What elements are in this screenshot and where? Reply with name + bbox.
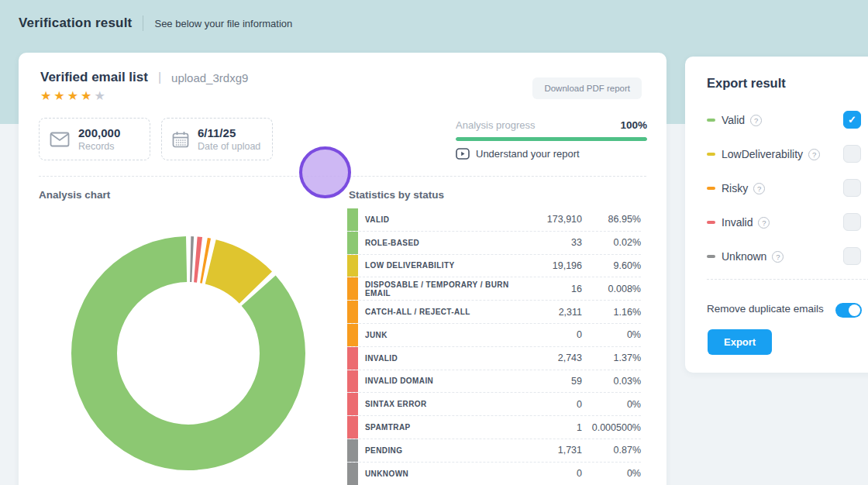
status-label: PENDING: [365, 446, 512, 455]
table-row: VALID173,91086.95%: [347, 208, 641, 232]
status-color-bar: [347, 255, 358, 277]
status-color-bar: [347, 393, 358, 415]
status-percent: 1.37%: [582, 353, 641, 363]
uploaded-file-name: upload_3rdxg9: [171, 71, 248, 84]
status-count: 0: [512, 399, 582, 410]
status-count: 19,196: [512, 260, 582, 271]
status-color-bar: [347, 439, 358, 462]
help-icon[interactable]: ?: [753, 183, 765, 194]
download-pdf-button[interactable]: Download PDF report: [532, 77, 642, 99]
export-option-checkbox[interactable]: [843, 145, 861, 163]
file-card-title: Verified email list: [40, 70, 148, 85]
status-count: 173,910: [512, 214, 582, 225]
file-title-row: Verified email list | upload_3rdxg9: [40, 70, 248, 85]
status-swatch: [707, 187, 715, 190]
export-button[interactable]: Export: [708, 329, 772, 355]
page-subtitle: See below your file information: [154, 18, 292, 29]
status-label: SPAMTRAP: [365, 423, 512, 432]
status-color-bar: [347, 370, 358, 393]
table-row: PENDING1,7310.87%: [347, 439, 641, 463]
remove-duplicates-toggle[interactable]: [835, 303, 862, 318]
export-option-label: Invalid: [722, 216, 753, 229]
status-percent: 0.87%: [582, 445, 641, 456]
status-label: LOW DELIVERABILITY: [365, 261, 512, 270]
envelope-icon: [50, 132, 70, 147]
table-row: JUNK00%: [347, 324, 641, 347]
export-option-row: Invalid?: [707, 213, 868, 232]
progress-bar: [456, 137, 647, 141]
export-option-row: LowDeliverability?: [707, 145, 868, 163]
export-option-label: Unknown: [722, 250, 766, 263]
upload-date-label: Date of upload: [198, 141, 260, 152]
status-swatch: [707, 119, 715, 122]
table-row: UNKNOWN00%: [347, 463, 641, 485]
star-icon: ★: [40, 89, 53, 102]
understand-report-label: Understand your report: [476, 148, 580, 160]
status-percent: 0.000500%: [582, 422, 641, 433]
export-option-label: Risky: [722, 182, 748, 194]
help-icon[interactable]: ?: [758, 217, 770, 229]
status-label: VALID: [365, 215, 512, 224]
status-label: JUNK: [365, 331, 512, 339]
remove-duplicates-label: Remove duplicate emails: [707, 303, 824, 315]
status-label: SINTAX ERROR: [365, 400, 512, 408]
status-percent: 0.02%: [582, 237, 641, 248]
export-option-checkbox[interactable]: [843, 247, 861, 265]
status-count: 16: [512, 284, 582, 294]
export-option-row: Unknown?: [707, 247, 868, 266]
help-icon[interactable]: ?: [750, 115, 762, 126]
status-label: DISPOSABLE / TEMPORARY / BURN EMAIL: [365, 280, 512, 298]
export-option-checkbox[interactable]: [843, 179, 861, 197]
understand-report-link[interactable]: Understand your report: [456, 148, 647, 160]
status-color-bar: [347, 301, 358, 323]
status-color-bar: [347, 208, 358, 231]
records-count: 200,000: [78, 126, 120, 141]
status-swatch: [707, 153, 715, 156]
export-divider: [707, 279, 868, 280]
table-row: INVALID DOMAIN590.03%: [347, 370, 641, 394]
toggle-knob: [849, 304, 860, 316]
export-option-checkbox[interactable]: [843, 213, 861, 231]
export-option-label: Valid: [722, 114, 745, 126]
status-count: 59: [512, 376, 582, 387]
status-label: UNKNOWN: [365, 470, 512, 478]
records-label: Records: [78, 141, 120, 152]
status-count: 2,311: [512, 307, 582, 318]
analysis-progress-block: Analysis progress 100% Understand your r…: [456, 119, 647, 160]
status-percent: 9.60%: [582, 260, 641, 271]
analysis-donut-chart: [68, 233, 308, 473]
status-count: 0: [512, 468, 582, 479]
help-icon[interactable]: ?: [772, 251, 784, 263]
table-row: SINTAX ERROR00%: [347, 393, 641, 416]
status-label: ROLE-BASED: [365, 239, 512, 247]
verified-list-card: Verified email list | upload_3rdxg9 ★★★★…: [19, 53, 666, 485]
table-row: CATCH-ALL / REJECT-ALL2,3111.16%: [347, 301, 641, 324]
status-color-bar: [347, 347, 358, 370]
progress-value: 100%: [620, 119, 647, 131]
statistics-table: VALID173,91086.95%ROLE-BASED330.02%LOW D…: [347, 208, 641, 485]
export-panel-title: Export result: [707, 76, 786, 91]
status-percent: 1.16%: [582, 307, 641, 318]
page-header: Verification result See below your file …: [19, 15, 292, 31]
export-option-label: LowDeliverability: [722, 148, 803, 160]
status-label: INVALID: [365, 354, 512, 363]
status-color-bar: [347, 463, 358, 485]
click-indicator-circle: [299, 146, 351, 198]
star-icon: ★: [81, 89, 94, 102]
records-info-box: 200,000 Records: [39, 118, 150, 160]
status-color-bar: [347, 324, 358, 346]
status-color-bar: [347, 232, 358, 254]
rating-stars[interactable]: ★★★★★: [40, 88, 108, 103]
export-option-checkbox[interactable]: ✓: [843, 111, 861, 129]
help-icon[interactable]: ?: [808, 149, 820, 160]
page-title: Verification result: [19, 15, 132, 31]
export-option-row: Risky?: [707, 179, 868, 198]
status-swatch: [707, 255, 715, 258]
table-row: LOW DELIVERABILITY19,1969.60%: [347, 255, 641, 278]
status-count: 0: [512, 329, 582, 340]
status-count: 33: [512, 237, 582, 248]
export-option-row: Valid?✓: [707, 111, 868, 129]
statistics-title: Statistics by status: [349, 189, 444, 201]
star-icon: ★: [53, 89, 67, 102]
progress-bar-fill: [456, 137, 647, 141]
